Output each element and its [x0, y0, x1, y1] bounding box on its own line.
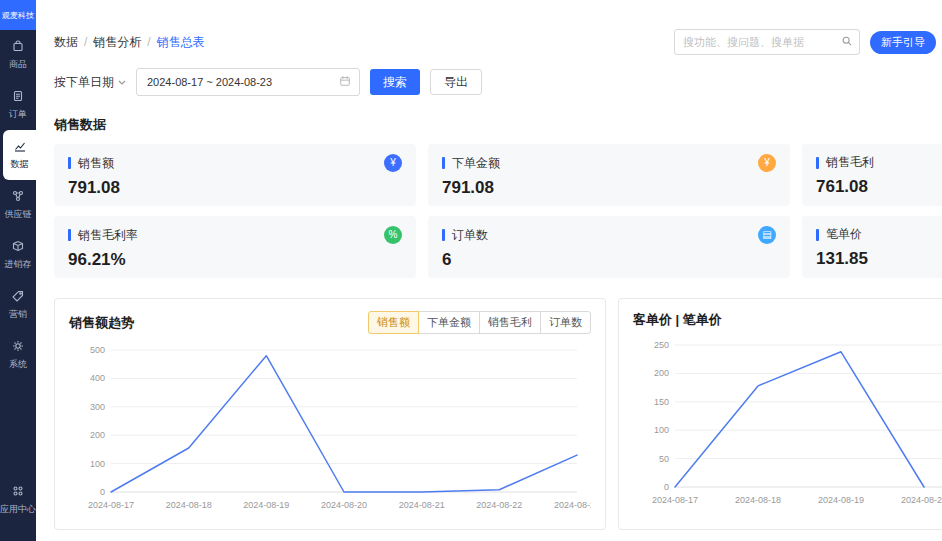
search-button[interactable]: 搜索	[370, 69, 420, 95]
global-search	[674, 29, 860, 55]
stat-label: 笔单价	[826, 226, 862, 243]
guide-button[interactable]: 新手引导	[870, 31, 936, 54]
stat-value: 791.08	[442, 178, 776, 198]
svg-text:2024-08-21: 2024-08-21	[399, 500, 445, 510]
svg-text:2024-08-22: 2024-08-22	[476, 500, 522, 510]
tab-order-amount[interactable]: 下单金额	[418, 311, 480, 334]
grid-icon	[11, 484, 25, 500]
stat-label: 订单数	[452, 227, 488, 244]
svg-text:250: 250	[654, 340, 669, 350]
document-icon	[11, 89, 25, 105]
sidebar-item-marketing[interactable]: 营销	[0, 280, 36, 330]
app-logo: 观麦科技	[0, 0, 36, 30]
section-title-sales-data: 销售数据	[54, 116, 942, 134]
breadcrumb: 数据 / 销售分析 / 销售总表	[54, 34, 205, 51]
svg-text:300: 300	[90, 402, 105, 412]
sidebar-item-label: 营销	[9, 308, 27, 321]
search-icon[interactable]	[841, 33, 853, 51]
svg-text:200: 200	[90, 430, 105, 440]
accent-bar	[68, 157, 71, 169]
sidebar-item-data[interactable]: 数据	[3, 130, 36, 180]
sidebar-item-goods[interactable]: 商品	[0, 30, 36, 80]
sidebar-item-label: 商品	[9, 58, 27, 71]
stat-label: 下单金额	[452, 155, 500, 172]
yuan-icon: ¥	[384, 154, 402, 172]
charts-row: 销售额趋势 销售额 下单金额 销售毛利 订单数 0100200300400500…	[54, 298, 942, 530]
line-chart-canvas: 01002003004005002024-08-172024-08-182024…	[69, 342, 591, 514]
svg-text:100: 100	[90, 459, 105, 469]
chart-title: 客单价 | 笔单价	[633, 311, 722, 329]
accent-bar	[816, 229, 819, 241]
breadcrumb-item-data[interactable]: 数据	[54, 34, 78, 51]
svg-text:2024-08-20: 2024-08-20	[901, 495, 942, 505]
box-icon	[11, 239, 25, 255]
chart-icon	[13, 139, 27, 155]
stat-card-order-count: 订单数 ▤ 6	[428, 216, 790, 278]
svg-text:2024-08-23: 2024-08-23	[554, 500, 591, 510]
tab-sales-amount[interactable]: 销售额	[368, 311, 419, 334]
filter-bar: 按下单日期 搜索 导出	[54, 68, 942, 96]
sidebar-item-orders[interactable]: 订单	[0, 80, 36, 130]
sidebar-item-label: 数据	[11, 158, 29, 171]
tag-icon	[11, 289, 25, 305]
sidebar-item-label: 供应链	[5, 208, 32, 221]
sidebar-item-label: 订单	[9, 108, 27, 121]
svg-text:2024-08-17: 2024-08-17	[652, 495, 698, 505]
breadcrumb-separator: /	[147, 35, 150, 49]
stat-value: 6	[442, 250, 776, 270]
svg-text:150: 150	[654, 397, 669, 407]
sidebar-item-inventory[interactable]: 进销存	[0, 230, 36, 280]
stat-value: 761.08	[816, 177, 942, 197]
date-range-picker[interactable]	[136, 68, 360, 96]
breadcrumb-item-sales-summary[interactable]: 销售总表	[157, 34, 205, 51]
stat-card-order-amount: 下单金额 ¥ 791.08	[428, 144, 790, 206]
stat-value: 791.08	[68, 178, 402, 198]
stat-card-gross-margin: 销售毛利率 % 96.21%	[54, 216, 416, 278]
stat-value: 96.21%	[68, 250, 402, 270]
svg-text:200: 200	[654, 368, 669, 378]
list-icon: ▤	[758, 226, 776, 244]
chart-title: 销售额趋势	[69, 314, 134, 332]
line-chart-canvas: 0501001502002502024-08-172024-08-182024-…	[633, 337, 942, 509]
stat-label: 销售毛利率	[78, 227, 138, 244]
nodes-icon	[11, 189, 25, 205]
date-range-input[interactable]	[145, 75, 333, 89]
yuan-icon: ¥	[758, 154, 776, 172]
stat-label: 销售额	[78, 155, 114, 172]
date-type-label: 按下单日期	[54, 74, 114, 91]
svg-text:50: 50	[659, 454, 669, 464]
accent-bar	[816, 157, 819, 169]
svg-text:2024-08-18: 2024-08-18	[166, 500, 212, 510]
breadcrumb-item-sales-analysis[interactable]: 销售分析	[93, 34, 141, 51]
sidebar: 观麦科技 商品 订单 数据 供应链 进销存 营销 系统	[0, 0, 36, 541]
stat-cards-row-1: 销售额 ¥ 791.08 下单金额 ¥ 791.08 销售毛利 761.08	[54, 144, 942, 206]
bag-icon	[11, 39, 25, 55]
svg-text:2024-08-17: 2024-08-17	[88, 500, 134, 510]
date-type-dropdown[interactable]: 按下单日期	[54, 74, 126, 91]
sidebar-item-system[interactable]: 系统	[0, 330, 36, 380]
stat-card-per-order-price: 笔单价 131.85	[802, 216, 942, 278]
accent-bar	[68, 229, 71, 241]
tab-gross-profit[interactable]: 销售毛利	[479, 311, 541, 334]
search-input[interactable]	[681, 35, 841, 49]
sidebar-item-label: 进销存	[5, 258, 32, 271]
breadcrumb-separator: /	[84, 35, 87, 49]
svg-text:2024-08-19: 2024-08-19	[818, 495, 864, 505]
stat-label: 销售毛利	[826, 154, 874, 171]
svg-text:400: 400	[90, 373, 105, 383]
stat-card-sales-amount: 销售额 ¥ 791.08	[54, 144, 416, 206]
top-bar: 数据 / 销售分析 / 销售总表 新手引导	[54, 28, 942, 56]
sales-trend-panel: 销售额趋势 销售额 下单金额 销售毛利 订单数 0100200300400500…	[54, 298, 606, 530]
sales-trend-chart: 01002003004005002024-08-172024-08-182024…	[69, 342, 591, 518]
stat-card-gross-profit: 销售毛利 761.08	[802, 144, 942, 206]
sidebar-item-app-center[interactable]: 应用中心	[0, 475, 36, 525]
tab-order-count[interactable]: 订单数	[540, 311, 591, 334]
export-button[interactable]: 导出	[430, 69, 482, 95]
stat-cards-row-2: 销售毛利率 % 96.21% 订单数 ▤ 6 笔单价 131.85	[54, 216, 942, 278]
sidebar-item-label: 系统	[9, 358, 27, 371]
gear-icon	[11, 339, 25, 355]
price-panel: 客单价 | 笔单价 0501001502002502024-08-172024-…	[618, 298, 942, 530]
sidebar-item-supply-chain[interactable]: 供应链	[0, 180, 36, 230]
main-area: 数据 / 销售分析 / 销售总表 新手引导 按下单日期	[36, 0, 942, 541]
sidebar-item-label: 应用中心	[0, 503, 36, 516]
